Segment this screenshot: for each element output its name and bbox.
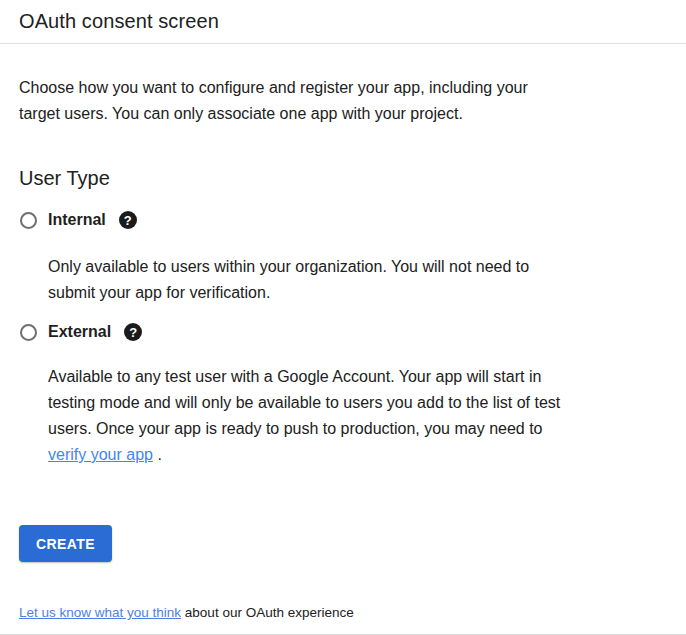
external-option-description: Available to any test user with a Google… <box>48 364 662 468</box>
oauth-consent-page: OAuth consent screen Choose how you want… <box>0 0 686 635</box>
feedback-link[interactable]: Let us know what you think <box>19 605 181 620</box>
page-title: OAuth consent screen <box>19 10 219 33</box>
help-icon[interactable]: ? <box>124 323 142 341</box>
verify-your-app-link[interactable]: verify your app <box>48 446 153 463</box>
internal-option-row[interactable]: Internal ? <box>19 211 662 229</box>
internal-option-description: Only available to users within your orga… <box>48 254 662 306</box>
external-radio[interactable] <box>20 324 37 341</box>
main-content: Choose how you want to configure and reg… <box>0 75 686 620</box>
feedback-line: Let us know what you think about our OAu… <box>19 605 662 620</box>
external-option-label: External <box>48 323 111 341</box>
external-option-row[interactable]: External ? <box>19 323 662 341</box>
external-description-suffix: . <box>153 446 162 463</box>
internal-option-label: Internal <box>48 211 106 229</box>
help-icon[interactable]: ? <box>119 211 137 229</box>
external-description-text: Available to any test user with a Google… <box>48 368 560 437</box>
feedback-text: about our OAuth experience <box>181 605 354 620</box>
internal-radio[interactable] <box>20 212 37 229</box>
intro-paragraph: Choose how you want to configure and reg… <box>19 75 662 127</box>
user-type-heading: User Type <box>19 167 662 190</box>
create-button[interactable]: CREATE <box>19 525 112 562</box>
page-header: OAuth consent screen <box>0 0 686 44</box>
